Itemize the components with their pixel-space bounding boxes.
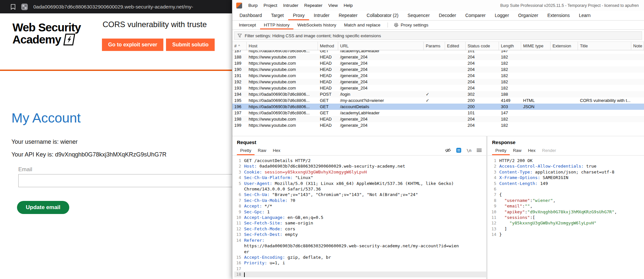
horizontal-splitter[interactable] [232, 129, 644, 136]
column-header-host[interactable]: Host [247, 42, 318, 50]
history-row[interactable]: 195https://0ada006903b7d6c8806...GET/my-… [232, 97, 644, 104]
history-row[interactable]: 199https://www.youtube.comHEAD/generate_… [232, 122, 644, 128]
cell-num: 197 [232, 110, 247, 115]
tab-decoder[interactable]: Decoder [434, 11, 461, 20]
history-row[interactable]: 193https://www.youtube.comHEAD/generate_… [232, 85, 644, 91]
tab-learn[interactable]: Learn [574, 11, 595, 20]
history-row[interactable]: 188https://www.youtube.comHEAD/generate_… [232, 54, 644, 60]
editor-tab-hex[interactable]: Hex [270, 146, 284, 155]
burp-window: BurpProjectIntruderRepeaterViewHelp Burp… [232, 0, 644, 279]
tab-intruder[interactable]: Intruder [309, 11, 334, 20]
tab-collaborator-2[interactable]: Collaborator (2) [362, 11, 403, 20]
tab-extensions[interactable]: Extensions [543, 11, 574, 20]
tab-organizer[interactable]: Organizer [514, 11, 543, 20]
go-to-exploit-server-button[interactable]: Go to exploit server [102, 39, 163, 51]
subtab-http-history[interactable]: HTTP history [260, 21, 294, 29]
menu-item-burp[interactable]: Burp [245, 0, 261, 11]
syntax-highlight-icon[interactable] [456, 148, 461, 153]
cell-url: /login [338, 92, 424, 97]
cell-method: HEAD [318, 123, 338, 128]
tab-repeater[interactable]: Repeater [334, 11, 362, 20]
request-body[interactable]: 1GET /accountDetails HTTP/22Host: 0ada00… [232, 156, 486, 279]
editor-tab-raw[interactable]: Raw [510, 146, 525, 155]
editor-line: 9 "email":"", [489, 203, 644, 209]
column-header-length[interactable]: Length [499, 42, 521, 50]
filter-bar[interactable]: Filter settings: Hiding CSS and image co… [234, 31, 642, 40]
editor-tab-pretty[interactable]: Pretty [492, 146, 510, 155]
menu-item-project[interactable]: Project [261, 0, 280, 11]
line-number: 14 [489, 232, 499, 237]
editor-line: 5User-Agent: Mozilla/5.0 (X11; Linux x86… [234, 181, 486, 186]
line-number: 2 [489, 163, 499, 169]
url-text[interactable]: 0ada006903b7d6c88063032900600029.web-sec… [33, 4, 193, 10]
history-row[interactable]: 196https://0ada006903b7d6c8806...GET/acc… [232, 104, 644, 110]
column-header-method[interactable]: Method [318, 42, 338, 50]
tab-dashboard[interactable]: Dashboard [235, 11, 267, 20]
visibility-toggle-icon[interactable] [445, 148, 451, 153]
cell-status: 101 [466, 50, 499, 53]
tab-comparer[interactable]: Comparer [461, 11, 490, 20]
column-header-note[interactable]: Note [631, 42, 644, 50]
editor-line: 5Content-Length: 149 [489, 181, 644, 186]
history-row[interactable]: 189https://www.youtube.comHEAD/generate_… [232, 60, 644, 66]
history-rows[interactable]: 187https://0ada006903b7d6c8806...GET/aca… [232, 50, 644, 129]
cell-host: https://0ada006903b7d6c8806... [247, 98, 318, 103]
editor-tab-render[interactable]: Render [539, 146, 559, 155]
tab-proxy[interactable]: Proxy [288, 11, 309, 20]
column-header-url[interactable]: URL [338, 42, 424, 50]
editor-line: 18 [234, 271, 486, 277]
tab-sequencer[interactable]: Sequencer [403, 11, 434, 20]
menu-item-help[interactable]: Help [341, 0, 356, 11]
lab-buttons: Go to exploit server Submit solutio [102, 39, 215, 51]
editor-line: 16Priority: u=1, i [234, 260, 486, 266]
menu-item-view[interactable]: View [325, 0, 341, 11]
cell-host: https://www.youtube.com [247, 55, 318, 59]
burp-menubar: BurpProjectIntruderRepeaterViewHelp Burp… [232, 0, 644, 11]
column-header-mime-type[interactable]: MIME type [521, 42, 551, 50]
history-row[interactable]: 190https://www.youtube.comHEAD/generate_… [232, 66, 644, 73]
cell-host: https://0ada006903b7d6c8806... [247, 110, 318, 115]
column-header-num[interactable]: #^ [232, 42, 247, 50]
history-row[interactable]: 187https://0ada006903b7d6c8806...GET/aca… [232, 50, 644, 54]
history-row[interactable]: 194https://0ada006903b7d6c8806...POST/lo… [232, 91, 644, 97]
cell-status: 204 [466, 55, 499, 59]
editor-line: er [234, 249, 486, 254]
submit-solution-button[interactable]: Submit solutio [166, 39, 215, 51]
history-row[interactable]: 198https://www.youtube.comHEAD/generate_… [232, 116, 644, 122]
menu-item-intruder[interactable]: Intruder [280, 0, 302, 11]
username-text: Your username is: wiener [11, 139, 77, 145]
cell-host: https://www.youtube.com [247, 86, 318, 90]
subtab-websockets-history[interactable]: WebSockets history [293, 21, 340, 29]
subtab-match-and-replace[interactable]: Match and replace [340, 21, 384, 29]
column-header-extension[interactable]: Extension [551, 42, 578, 50]
cell-status: 204 [466, 73, 499, 78]
history-row[interactable]: 191https://www.youtube.comHEAD/generate_… [232, 73, 644, 79]
cell-method: GET [318, 104, 338, 109]
email-input[interactable] [18, 174, 235, 187]
response-body[interactable]: 1HTTP/2 200 OK2Access-Control-Allow-Cred… [487, 156, 644, 279]
proxy-settings-button[interactable]: Proxy settings [391, 21, 431, 29]
line-number: 7 [489, 192, 499, 197]
tab-logger[interactable]: Logger [490, 11, 514, 20]
tab-target[interactable]: Target [267, 11, 289, 20]
column-header-title[interactable]: Title [578, 42, 631, 50]
cell-num: 192 [232, 79, 247, 84]
show-newlines-icon[interactable]: \n [467, 148, 471, 153]
editor-tab-hex[interactable]: Hex [525, 146, 539, 155]
editor-tab-raw[interactable]: Raw [255, 146, 270, 155]
hamburger-menu-icon[interactable] [477, 148, 482, 152]
burp-window-title: Burp Suite Professional v2025.11.5 - Tem… [500, 3, 641, 8]
bookmark-icon[interactable] [10, 4, 16, 10]
menu-item-repeater[interactable]: Repeater [301, 0, 325, 11]
update-email-button[interactable]: Update email [17, 201, 69, 214]
cell-num: 199 [232, 123, 247, 128]
cell-status: 302 [466, 92, 499, 97]
column-header-edited[interactable]: Edited [445, 42, 466, 50]
editor-tab-pretty[interactable]: Pretty [237, 146, 255, 155]
history-row[interactable]: 197https://0ada006903b7d6c8806...GET/aca… [232, 110, 644, 116]
column-header-status-code[interactable]: Status code [466, 42, 499, 50]
site-badge-icon[interactable] [21, 3, 28, 10]
subtab-intercept[interactable]: Intercept [235, 21, 260, 29]
history-row[interactable]: 192https://www.youtube.comHEAD/generate_… [232, 79, 644, 85]
column-header-params[interactable]: Params [424, 42, 445, 50]
